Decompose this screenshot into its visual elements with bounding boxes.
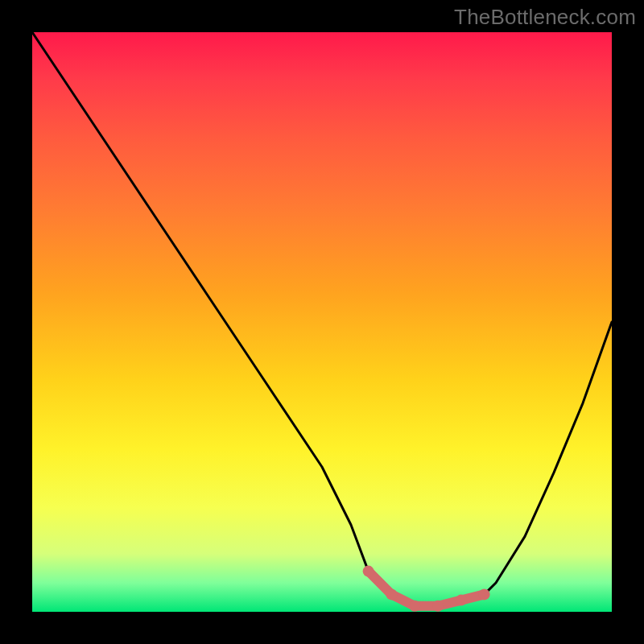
watermark-text: TheBottleneck.com bbox=[454, 5, 636, 30]
plot-area bbox=[32, 32, 612, 612]
highlight-dot bbox=[432, 601, 444, 612]
highlight-dot bbox=[386, 588, 397, 600]
highlight-dot bbox=[363, 566, 374, 577]
highlight-dot bbox=[409, 601, 420, 612]
highlight-dot bbox=[479, 588, 490, 600]
highlight-dot bbox=[456, 595, 467, 606]
chart-svg bbox=[32, 32, 612, 612]
optimal-highlight bbox=[369, 572, 485, 606]
bottleneck-curve bbox=[32, 32, 612, 606]
chart-frame: TheBottleneck.com bbox=[0, 0, 644, 644]
